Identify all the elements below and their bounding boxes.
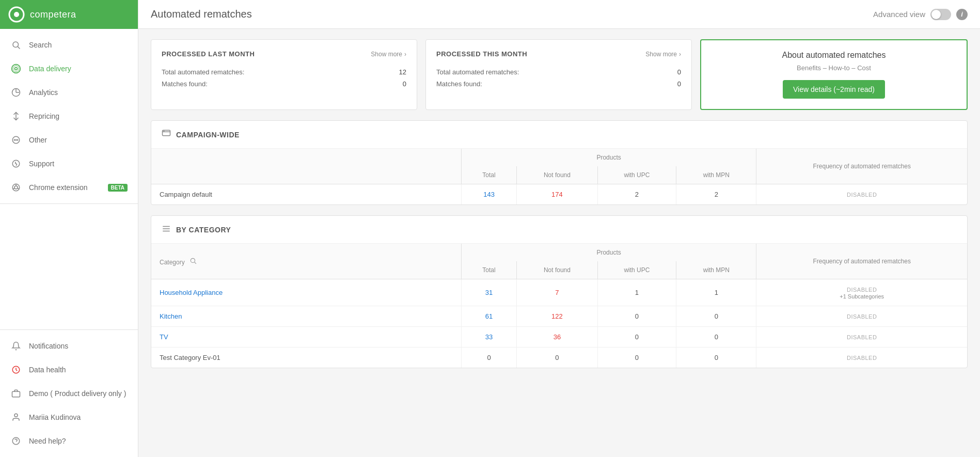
this-month-total-row: Total automated rematches: 0 <box>436 66 681 78</box>
by-category-header: BY CATEGORY <box>151 216 967 244</box>
by-category-title: BY CATEGORY <box>176 226 231 234</box>
sidebar-item-notifications[interactable]: Notifications <box>0 334 138 358</box>
about-title: About automated rematches <box>782 51 886 60</box>
category-row-frequency: DISABLED+1 Subcategories <box>756 279 967 306</box>
this-month-show-more[interactable]: Show more › <box>645 51 681 58</box>
info-icon[interactable]: i <box>956 9 968 20</box>
category-row-name: Kitchen <box>151 306 461 327</box>
sidebar-item-chrome-extension[interactable]: Chrome extension BETA <box>0 176 138 199</box>
category-row-with-mpn: 0 <box>676 348 756 368</box>
last-month-matches-row: Matches found: 0 <box>162 78 406 90</box>
last-month-show-more[interactable]: Show more › <box>371 51 406 58</box>
last-month-total-label: Total automated rematches: <box>162 68 244 76</box>
campaign-default-total-link[interactable]: 143 <box>483 191 495 198</box>
sidebar-item-repricing[interactable]: Repricing <box>0 104 138 128</box>
sidebar-item-support[interactable]: Support <box>0 152 138 176</box>
category-row-with-upc: 1 <box>597 279 676 306</box>
category-row-not-found: 7 <box>517 279 597 306</box>
svg-line-33 <box>195 262 196 263</box>
table-row: Campaign default 143 174 2 2 DISABLED <box>151 184 967 205</box>
sidebar-item-data-health[interactable]: Data health <box>0 358 138 382</box>
this-month-show-more-label: Show more <box>645 51 677 58</box>
th-cat-total: Total <box>461 261 516 279</box>
sidebar-item-data-delivery[interactable]: Data delivery <box>0 57 138 81</box>
campaign-default-with-upc: 2 <box>597 184 676 205</box>
category-frequency-value: DISABLED <box>847 287 877 293</box>
campaign-wide-section: CAMPAIGN-WIDE Products Frequency of auto… <box>151 120 968 205</box>
logo-icon <box>8 6 25 23</box>
sidebar-item-other[interactable]: Other <box>0 128 138 152</box>
stats-row: PROCESSED LAST MONTH Show more › Total a… <box>151 39 968 110</box>
th-cat-with-mpn: with MPN <box>676 261 756 279</box>
sidebar-nav: Search Data delivery Analy <box>0 29 138 329</box>
svg-line-3 <box>18 46 20 49</box>
svg-point-17 <box>14 186 18 189</box>
main-content: PROCESSED LAST MONTH Show more › Total a… <box>138 29 980 457</box>
table-row: Kitchen6112200DISABLED <box>151 306 967 327</box>
stats-card-last-month-header: PROCESSED LAST MONTH Show more › <box>162 50 406 58</box>
last-month-show-more-label: Show more <box>371 51 402 58</box>
category-frequency-value: DISABLED <box>847 334 877 340</box>
category-total-link[interactable]: 61 <box>485 312 493 320</box>
sidebar-item-user[interactable]: Mariia Kudinova <box>0 405 138 429</box>
category-total-link[interactable]: 33 <box>485 333 493 341</box>
category-not-found-value: 0 <box>555 354 559 361</box>
list-icon <box>162 224 171 235</box>
category-row-with-mpn: 0 <box>676 327 756 348</box>
category-name-link[interactable]: Household Appliance <box>160 289 223 296</box>
sidebar-item-help[interactable]: Need help? <box>0 429 138 453</box>
category-search-icon[interactable] <box>189 257 197 264</box>
category-name-link[interactable]: Kitchen <box>160 312 182 320</box>
th-campaign-name <box>151 149 461 184</box>
analytics-icon <box>10 87 22 98</box>
sidebar-item-analytics[interactable]: Analytics <box>0 81 138 104</box>
svg-point-5 <box>13 66 19 72</box>
category-row-with-mpn: 1 <box>676 279 756 306</box>
svg-point-13 <box>17 139 18 140</box>
sidebar-item-data-delivery-label: Data delivery <box>29 65 71 73</box>
sidebar-bottom: Notifications Data health Demo ( Product… <box>0 329 138 457</box>
category-name-link[interactable]: TV <box>160 333 168 341</box>
category-row-name: Household Appliance <box>151 279 461 306</box>
health-icon <box>10 364 22 375</box>
category-row-with-mpn: 0 <box>676 306 756 327</box>
bell-icon <box>10 340 22 352</box>
brand-name: competera <box>30 9 76 20</box>
table-row: TV333600DISABLED <box>151 327 967 348</box>
svg-point-1 <box>14 12 19 17</box>
support-icon <box>10 158 22 169</box>
sidebar-item-demo[interactable]: Demo ( Product delivery only ) <box>0 382 138 405</box>
advanced-view-toggle[interactable] <box>930 9 951 20</box>
table-row: Household Appliance31711DISABLED+1 Subca… <box>151 279 967 306</box>
th-frequency: Frequency of automated rematches <box>756 149 967 184</box>
campaign-default-total: 143 <box>461 184 516 205</box>
category-row-total: 0 <box>461 348 516 368</box>
category-total-link[interactable]: 31 <box>485 289 493 296</box>
sidebar-item-chrome-extension-label: Chrome extension <box>29 183 88 192</box>
last-month-matches-value: 0 <box>403 80 406 88</box>
sidebar-item-support-label: Support <box>29 160 54 168</box>
sidebar-item-help-label: Need help? <box>29 437 66 445</box>
category-frequency-value: DISABLED <box>847 313 877 320</box>
sidebar-item-demo-label: Demo ( Product delivery only ) <box>29 389 126 398</box>
chrome-extension-icon <box>10 182 22 193</box>
category-not-found-value: 7 <box>555 289 559 296</box>
view-details-button[interactable]: View details (~2min read) <box>783 80 885 99</box>
sidebar-item-search[interactable]: Search <box>0 33 138 57</box>
search-icon <box>10 39 22 51</box>
stats-card-this-month: PROCESSED THIS MONTH Show more › Total a… <box>425 39 692 110</box>
beta-badge: BETA <box>108 184 128 192</box>
category-row-with-upc: 0 <box>597 306 676 327</box>
th-cat-with-upc: with UPC <box>597 261 676 279</box>
svg-point-32 <box>191 258 195 262</box>
this-month-matches-label: Matches found: <box>436 80 482 88</box>
svg-point-2 <box>13 42 19 48</box>
last-month-title: PROCESSED LAST MONTH <box>162 50 255 58</box>
user-icon <box>10 412 22 423</box>
main: Automated rematches Advanced view i PROC… <box>138 0 980 457</box>
sidebar-item-other-label: Other <box>29 136 47 144</box>
category-row-total: 33 <box>461 327 516 348</box>
sidebar-divider <box>0 203 138 204</box>
category-not-found-value: 122 <box>551 312 563 320</box>
stats-card-last-month: PROCESSED LAST MONTH Show more › Total a… <box>151 39 417 110</box>
